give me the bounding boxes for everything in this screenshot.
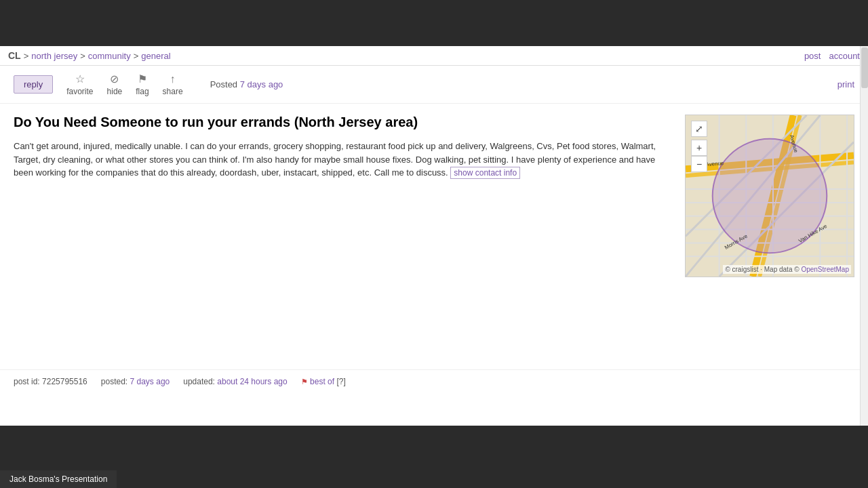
post-id-label: post id: 7225795516 bbox=[14, 377, 87, 386]
updated-time-link[interactable]: about 24 hours ago bbox=[217, 377, 287, 386]
posted-footer: posted: 7 days ago bbox=[101, 377, 170, 386]
star-icon: ☆ bbox=[75, 73, 85, 85]
reply-button[interactable]: reply bbox=[14, 75, 53, 94]
post-text: Do You Need Someone to run your errands … bbox=[14, 115, 671, 277]
breadcrumb-general[interactable]: general bbox=[141, 51, 170, 61]
post-body: Can't get around, injured, medically una… bbox=[14, 140, 671, 180]
breadcrumb-north-jersey[interactable]: north jersey bbox=[31, 51, 77, 61]
posted-time-link[interactable]: 7 days ago bbox=[240, 79, 283, 89]
map-container: Avenue Avenue Morris Ave Van Hike Ave ⤢ … bbox=[685, 115, 854, 277]
nav-right-links: post account bbox=[804, 51, 860, 61]
map-zoom-in-button[interactable]: + bbox=[691, 140, 707, 156]
account-link[interactable]: account bbox=[829, 51, 860, 61]
osm-link[interactable]: OpenStreetMap bbox=[801, 266, 849, 273]
updated-footer: updated: about 24 hours ago bbox=[183, 377, 287, 386]
posted-time-footer-link[interactable]: 7 days ago bbox=[130, 377, 170, 386]
post-toolbar: reply ☆ favorite ⊘ hide ⚑ flag ↑ share P… bbox=[0, 66, 868, 104]
map-controls: ⤢ + − bbox=[691, 121, 707, 172]
best-of-link[interactable]: best of bbox=[310, 377, 334, 386]
flag-indicator: ⚑ bbox=[301, 378, 308, 386]
hide-action[interactable]: ⊘ hide bbox=[107, 73, 123, 96]
share-icon: ↑ bbox=[170, 73, 176, 85]
post-content: Do You Need Someone to run your errands … bbox=[0, 104, 868, 288]
favorite-action[interactable]: ☆ favorite bbox=[66, 73, 93, 96]
best-of-count: [?] bbox=[336, 377, 345, 386]
show-contact-info-link[interactable]: show contact info bbox=[450, 167, 520, 179]
zoom-out-icon: − bbox=[696, 159, 702, 169]
map-fullscreen-button[interactable]: ⤢ bbox=[691, 121, 707, 137]
share-action[interactable]: ↑ share bbox=[163, 73, 183, 96]
flag-label: flag bbox=[136, 87, 149, 96]
hide-label: hide bbox=[107, 87, 123, 96]
fullscreen-icon: ⤢ bbox=[695, 124, 703, 134]
post-id-value: 7225795516 bbox=[42, 377, 87, 386]
posted-info: Posted 7 days ago bbox=[210, 79, 283, 89]
cl-logo: CL bbox=[8, 50, 21, 61]
nav-bar: CL > north jersey > community > general … bbox=[0, 46, 868, 66]
post-link[interactable]: post bbox=[804, 51, 821, 61]
post-title: Do You Need Someone to run your errands … bbox=[14, 115, 671, 130]
map-attribution: © craigslist · Map data © OpenStreetMap bbox=[723, 265, 851, 274]
flag-icon: ⚑ bbox=[138, 73, 147, 85]
favorite-label: favorite bbox=[66, 87, 93, 96]
posted-label: Posted bbox=[210, 79, 237, 89]
post-footer: post id: 7225795516 posted: 7 days ago u… bbox=[0, 369, 868, 393]
breadcrumb: CL > north jersey > community > general bbox=[8, 50, 171, 61]
hide-icon: ⊘ bbox=[110, 73, 119, 85]
best-of-footer: ⚑ best of [?] bbox=[301, 377, 346, 386]
map-zoom-out-button[interactable]: − bbox=[691, 156, 707, 172]
flag-action[interactable]: ⚑ flag bbox=[136, 73, 149, 96]
zoom-in-icon: + bbox=[696, 143, 702, 152]
share-label: share bbox=[163, 87, 183, 96]
breadcrumb-community[interactable]: community bbox=[88, 51, 131, 61]
print-link[interactable]: print bbox=[837, 79, 854, 89]
